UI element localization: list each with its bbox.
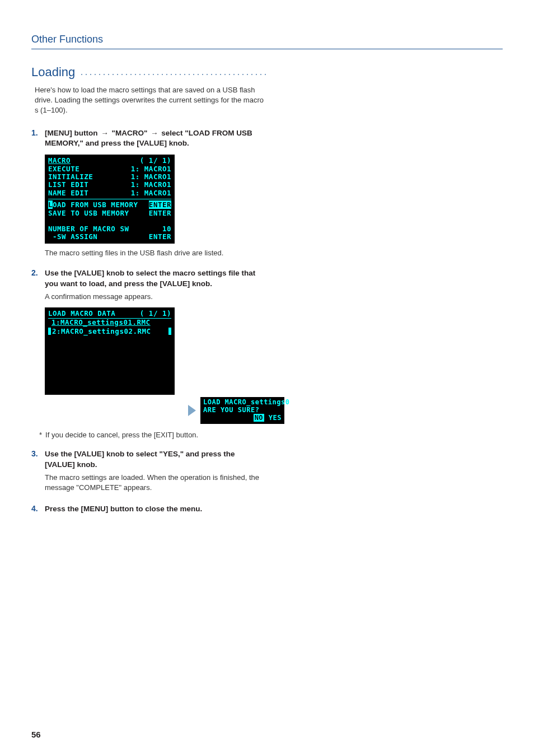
selection-bracket-right-icon — [168, 328, 171, 335]
subsection-title-row: Loading — [31, 65, 266, 80]
lcd2-file2: 2:MACRO_settings02.RMC — [52, 328, 167, 335]
lcd1-r2-1-r: ENTER — [149, 233, 171, 241]
lcd1-sel-l: OAD FROM USB MEMORY — [53, 200, 138, 209]
lcd1-r1-r: 1: MACRO1 — [131, 173, 171, 181]
selection-bracket-left-icon — [48, 328, 51, 335]
lcd1-title: MACRO — [48, 157, 71, 165]
lcd1-page: ( 1/ 1) — [140, 157, 171, 165]
lcd1-r0-l: EXECUTE — [48, 165, 79, 173]
lcd1-r3-r: 1: MACRO1 — [131, 189, 171, 197]
lcd2-title: LOAD MACRO DATA — [48, 310, 115, 318]
step-1: 1. [MENU] button → "MACRO" → select "LOA… — [31, 128, 266, 150]
step-2-text: Use the [VALUE] knob to select the macro… — [45, 268, 266, 290]
step-2: 2. Use the [VALUE] knob to select the ma… — [31, 268, 266, 302]
svg-marker-0 — [188, 405, 196, 416]
step-1-part1: [MENU] button — [45, 129, 97, 137]
lcd1-r3-l: NAME EDIT — [48, 189, 88, 197]
title-dots — [79, 73, 266, 76]
cancel-note: *If you decide to cancel, press the [EXI… — [39, 431, 266, 439]
page-number: 56 — [31, 730, 41, 739]
lcd1-r2-0-l: NUMBER OF MACRO SW — [48, 225, 129, 233]
subsection-title: Loading — [31, 65, 75, 80]
dialog-line2: ARE YOU SURE? — [203, 407, 259, 414]
arrow-icon: → — [101, 129, 109, 137]
section-header: Other Functions — [31, 34, 503, 49]
intro-paragraph: Here's how to load the macro settings th… — [35, 85, 266, 116]
lcd2-file1: 1:MACRO_settings01.RMC — [48, 319, 171, 326]
lcd1-r2-1-l: -SW ASSIGN — [48, 233, 97, 241]
step-4-text: Press the [MENU] button to close the men… — [45, 504, 266, 515]
step-2-after: A confirmation message appears. — [45, 292, 266, 302]
dialog-line1: LOAD MACRO_settings0 — [203, 399, 290, 407]
step-1-text: [MENU] button → "MACRO" → select "LOAD F… — [45, 128, 266, 150]
lcd1-r0-r: 1: MACRO1 — [131, 165, 171, 173]
dialog-yes: YES — [269, 414, 282, 422]
lcd2-page: ( 1/ 1) — [140, 310, 171, 318]
lcd1-r2-0-r: 10 — [162, 225, 171, 233]
step-number: 2. — [31, 268, 41, 302]
step-3-after: The macro settings are loaded. When the … — [45, 473, 266, 493]
dialog-wrap: LOAD MACRO_settings0 ARE YOU SURE? NO YE… — [188, 397, 266, 424]
lcd-screenshot-1: MACRO ( 1/ 1) EXECUTE1: MACRO1 INITIALIZ… — [45, 155, 266, 243]
play-arrow-icon — [188, 405, 196, 416]
step-3-text: Use the [VALUE] knob to select "YES," an… — [45, 449, 266, 470]
lcd1-after-sel-l: SAVE TO USB MEMORY — [48, 209, 129, 217]
lcd1-r2-r: 1: MACRO1 — [131, 181, 171, 189]
cancel-note-text: If you decide to cancel, press the [EXIT… — [45, 431, 198, 439]
step-number: 1. — [31, 128, 41, 150]
step-number: 4. — [31, 504, 41, 515]
dialog-no: NO — [254, 414, 264, 422]
asterisk-icon: * — [39, 431, 42, 439]
step-4: 4. Press the [MENU] button to close the … — [31, 504, 266, 515]
lcd-screenshot-2: LOAD MACRO DATA ( 1/ 1) 1:MACRO_settings… — [45, 307, 175, 395]
lcd1-sel-r: ENTER — [149, 201, 171, 209]
step-3: 3. Use the [VALUE] knob to select "YES,"… — [31, 449, 266, 493]
lcd1-r2-l: LIST EDIT — [48, 181, 88, 189]
lcd1-selected-row: LOAD FROM USB MEMORY — [48, 201, 138, 209]
lcd1-after-sel-r: ENTER — [149, 209, 171, 217]
arrow-icon: → — [151, 129, 158, 137]
step-number: 3. — [31, 449, 41, 493]
lcd1-r1-l: INITIALIZE — [48, 173, 93, 181]
lcd-dialog: LOAD MACRO_settings0 ARE YOU SURE? NO YE… — [200, 397, 284, 424]
step-1-after: The macro setting files in the USB flash… — [45, 248, 266, 258]
step-1-part2: "MACRO" — [112, 129, 148, 137]
